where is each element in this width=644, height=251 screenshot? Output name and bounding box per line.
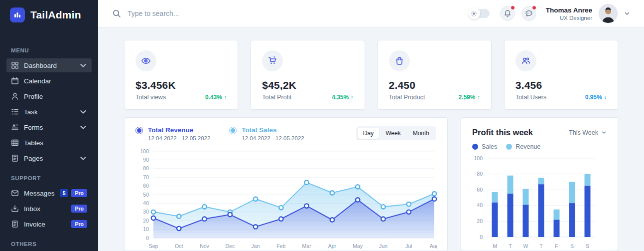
svg-text:Apr: Apr bbox=[328, 243, 337, 249]
eye-icon bbox=[135, 50, 156, 71]
count-badge: 5 bbox=[60, 189, 69, 197]
svg-text:Feb: Feb bbox=[276, 243, 285, 249]
bag-icon bbox=[389, 50, 410, 71]
svg-text:30: 30 bbox=[143, 209, 149, 215]
menu-group: MENUDashboardCalendarProfileTaskFormsTab… bbox=[6, 47, 92, 165]
notification-dot bbox=[511, 5, 515, 10]
messages-icon bbox=[11, 189, 19, 197]
pro-badge: Pro bbox=[71, 189, 87, 197]
sidebar-item-label: Forms bbox=[24, 124, 43, 131]
period-toggle: DayWeekMonth bbox=[356, 126, 436, 140]
period-button-week[interactable]: Week bbox=[380, 128, 406, 139]
svg-text:Aug: Aug bbox=[430, 243, 437, 249]
period-button-month[interactable]: Month bbox=[407, 128, 435, 139]
cart-icon bbox=[262, 50, 283, 71]
series-name: Total Revenue bbox=[148, 126, 210, 134]
stat-label: Total Users bbox=[515, 94, 547, 101]
legend-total-sales[interactable]: Total Sales 12.04.2022 - 12.05.2022 bbox=[229, 126, 304, 141]
search-input[interactable] bbox=[128, 9, 297, 17]
legend-total-revenue[interactable]: Total Revenue 12.04.2022 - 12.05.2022 bbox=[135, 126, 210, 141]
user-role: UX Designer bbox=[546, 15, 592, 21]
sidebar-item-task[interactable]: Task bbox=[6, 105, 92, 119]
dark-mode-toggle[interactable] bbox=[469, 9, 490, 18]
sidebar-item-inbox[interactable]: InboxPro bbox=[6, 202, 92, 216]
profit-chart-header: Profit this week This Week bbox=[472, 128, 607, 137]
bell-icon bbox=[504, 9, 512, 17]
svg-text:Oct: Oct bbox=[175, 243, 183, 249]
legend-label: Sales bbox=[482, 143, 497, 150]
sidebar-menu: MENUDashboardCalendarProfileTaskFormsTab… bbox=[0, 47, 98, 251]
sidebar-item-messages[interactable]: Messages5Pro bbox=[6, 186, 92, 200]
svg-text:M: M bbox=[493, 243, 497, 249]
svg-text:S: S bbox=[570, 243, 574, 249]
sidebar-item-pages[interactable]: Pages bbox=[6, 151, 92, 165]
svg-text:Jan: Jan bbox=[252, 243, 260, 249]
notifications-button[interactable] bbox=[500, 6, 515, 21]
menu-group: SUPPORTMessages5ProInboxProInvoicePro bbox=[6, 175, 92, 231]
pro-badge: Pro bbox=[71, 205, 87, 213]
messages-button[interactable] bbox=[521, 6, 536, 21]
menu-group-label: SUPPORT bbox=[11, 175, 87, 181]
sidebar-item-calendar[interactable]: Calendar bbox=[6, 74, 92, 88]
revenue-chart-header: Total Revenue 12.04.2022 - 12.05.2022 To… bbox=[135, 126, 436, 141]
header-actions: Thomas Anree UX Designer bbox=[469, 4, 630, 23]
period-button-day[interactable]: Day bbox=[358, 128, 379, 139]
chevron-down-icon bbox=[79, 154, 87, 162]
svg-text:Jun: Jun bbox=[379, 243, 387, 249]
svg-text:100: 100 bbox=[140, 148, 149, 154]
svg-text:10: 10 bbox=[143, 226, 149, 232]
svg-text:60: 60 bbox=[477, 187, 483, 193]
stat-value: 2.450 bbox=[389, 79, 480, 91]
legend-dot-icon bbox=[506, 144, 512, 150]
series-period: 12.04.2022 - 12.05.2022 bbox=[148, 135, 210, 141]
sidebar-item-forms[interactable]: Forms bbox=[6, 120, 92, 134]
svg-text:May: May bbox=[353, 243, 363, 249]
top-header: Thomas Anree UX Designer bbox=[98, 0, 644, 27]
brand-name: TailAdmin bbox=[30, 9, 81, 21]
svg-text:Nov: Nov bbox=[200, 243, 209, 249]
week-select-dropdown[interactable]: This Week bbox=[569, 129, 607, 136]
user-menu[interactable]: Thomas Anree UX Designer bbox=[546, 6, 592, 21]
svg-text:W: W bbox=[523, 243, 528, 249]
brand[interactable]: TailAdmin bbox=[0, 0, 98, 29]
svg-text:Mar: Mar bbox=[302, 243, 312, 249]
app-window: TailAdmin MENUDashboardCalendarProfileTa… bbox=[0, 0, 644, 251]
search-icon bbox=[112, 9, 121, 18]
tables-icon bbox=[11, 139, 19, 147]
svg-text:50: 50 bbox=[143, 192, 149, 198]
sidebar-item-tables[interactable]: Tables bbox=[6, 136, 92, 150]
series-name: Total Sales bbox=[242, 126, 304, 134]
forms-icon bbox=[11, 123, 19, 131]
revenue-chart-legends: Total Revenue 12.04.2022 - 12.05.2022 To… bbox=[135, 126, 304, 141]
legend-revenue[interactable]: Revenue bbox=[506, 143, 540, 150]
user-chevron-down-icon[interactable] bbox=[624, 10, 630, 16]
stat-delta: 4.35% ↑ bbox=[332, 94, 353, 101]
chat-icon bbox=[525, 9, 533, 17]
user-avatar[interactable] bbox=[599, 4, 618, 23]
sidebar-item-profile[interactable]: Profile bbox=[6, 89, 92, 103]
sidebar-item-label: Profile bbox=[24, 93, 43, 100]
stat-delta: 0.95% ↓ bbox=[585, 94, 607, 101]
stat-value: $3.456K bbox=[135, 79, 227, 91]
message-dot bbox=[532, 5, 536, 10]
stat-label: Total Product bbox=[389, 94, 425, 101]
menu-group-label: OTHERS bbox=[11, 241, 87, 247]
invoice-icon bbox=[11, 220, 19, 228]
svg-text:0: 0 bbox=[146, 235, 149, 241]
revenue-sales-chart: 0102030405060708090100SepOctNovDecJanFeb… bbox=[135, 147, 437, 251]
dashboard-content: $3.456KTotal views0.43% ↑$45,2KTotal Pro… bbox=[98, 27, 644, 251]
svg-text:40: 40 bbox=[477, 202, 483, 208]
calendar-icon bbox=[11, 77, 19, 85]
sidebar-item-label: Inbox bbox=[24, 205, 40, 213]
dashboard-icon bbox=[11, 61, 19, 69]
profile-icon bbox=[11, 92, 19, 100]
svg-text:60: 60 bbox=[143, 183, 149, 189]
svg-text:70: 70 bbox=[143, 174, 149, 180]
stat-card: $45,2KTotal Profit4.35% ↑ bbox=[251, 40, 365, 110]
stat-delta: 0.43% ↑ bbox=[205, 94, 227, 101]
sidebar-item-invoice[interactable]: InvoicePro bbox=[6, 217, 92, 231]
sun-icon bbox=[468, 7, 480, 19]
legend-sales[interactable]: Sales bbox=[472, 143, 497, 150]
profit-week-chart: 020406080100MTWTFSS bbox=[472, 154, 606, 251]
sidebar-item-dashboard[interactable]: Dashboard bbox=[6, 58, 92, 72]
